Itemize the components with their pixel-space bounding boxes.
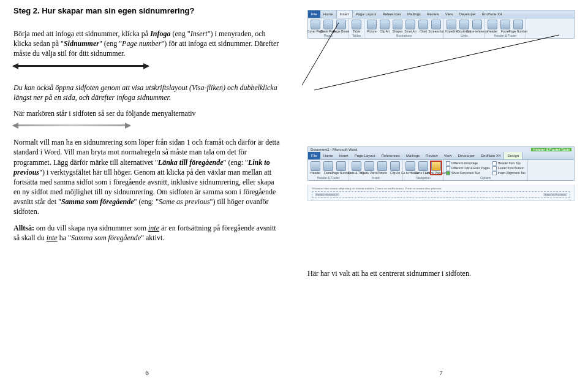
quickparts-button[interactable]: Quick Parts — [364, 161, 375, 175]
ribbon-tabs: File Home Insert Page Layout References … — [308, 10, 574, 18]
group-pages: Cover Page Blank Page Page Break Pages — [308, 18, 349, 38]
tab-home[interactable]: Home — [320, 10, 336, 18]
tab2-view[interactable]: View — [441, 152, 455, 159]
doc-preview: Vivamus vitae massa adipiscing est lacin… — [307, 184, 575, 201]
tab-insert[interactable]: Insert — [336, 10, 353, 18]
group2-nav: Go to Header Go to Footer Link to Previo… — [403, 160, 444, 180]
doc-text: Vivamus vitae massa adipiscing est lacin… — [312, 187, 570, 190]
page-number-button[interactable]: Page Number — [513, 20, 524, 33]
tab-pagelayout[interactable]: Page Layout — [353, 10, 380, 18]
group2-insert: Date & Time Quick Parts Picture Clip Art… — [349, 160, 403, 180]
tab2-pagelayout[interactable]: Page Layout — [352, 152, 379, 159]
opt-footer-bot[interactable]: Footer from Bottom — [492, 166, 526, 170]
group2-hf: Header Footer Page Number Header & Foote… — [308, 160, 349, 180]
tab2-endnote[interactable]: EndNote X4 — [478, 152, 503, 159]
same-as-previous-label: Same as Previous — [543, 193, 567, 196]
ribbon-design: Document1 - Microsoft Word Header & Foot… — [307, 146, 575, 181]
clipart-button[interactable]: Clip Art — [379, 20, 390, 33]
right-page: File Home Insert Page Layout References … — [294, 0, 588, 380]
page-break-button[interactable]: Page Break — [336, 20, 347, 33]
tab2-references[interactable]: References — [378, 152, 403, 159]
link-to-previous-button[interactable]: Link to Previous — [431, 161, 442, 175]
table-button[interactable]: Table — [351, 20, 362, 33]
datetime-button[interactable]: Date & Time — [351, 161, 362, 175]
context-tab: Header & Footer Tools — [531, 148, 571, 151]
crossref-button[interactable]: Cross-reference — [472, 20, 483, 33]
tab-endnote[interactable]: EndNote X4 — [479, 10, 505, 18]
tab2-review[interactable]: Review — [423, 152, 441, 159]
group-headerfooter: Header Footer Page Number Header & Foote… — [485, 18, 526, 38]
header2-button[interactable]: Header — [310, 161, 321, 175]
tab2-home[interactable]: Home — [320, 152, 336, 159]
step-heading: Steg 2. Hur skapar man sin egen sidnumre… — [13, 6, 281, 15]
group-illustrations: Picture Clip Art Shapes SmartArt Chart S… — [364, 18, 444, 38]
tab2-file[interactable]: File — [308, 152, 320, 159]
left-page: Steg 2. Hur skapar man sin egen sidnumre… — [0, 0, 294, 380]
group-links: Hyperlink Bookmark Cross-reference Links — [444, 18, 485, 38]
footer-section-label: Footer -Section 2- — [315, 193, 339, 196]
right-caption: Här har vi valt att ha ett centrerat sid… — [307, 268, 575, 278]
hyperlink-button[interactable]: Hyperlink — [446, 20, 457, 33]
ribbon-insert: File Home Insert Page Layout References … — [307, 10, 575, 39]
group2-options: Different First Page Different Odd & Eve… — [444, 160, 528, 180]
opt-diff-odd[interactable]: Different Odd & Even Pages — [446, 166, 490, 170]
group-tables: Table Tables — [349, 18, 364, 38]
clipart2-button[interactable]: Clip Art — [390, 161, 401, 175]
screenshot-button[interactable]: Screenshot — [431, 20, 442, 33]
para-menu: När markören står i sidfoten så ser du f… — [13, 108, 281, 118]
header-button[interactable]: Header — [487, 20, 498, 33]
window-title: Document1 - Microsoft Word — [311, 148, 357, 151]
tab-review[interactable]: Review — [424, 10, 442, 18]
shapes-button[interactable]: Shapes — [392, 20, 403, 33]
pagenum2-button[interactable]: Page Number — [336, 161, 347, 175]
smartart-button[interactable]: SmartArt — [405, 20, 416, 33]
para-footer-open: Du kan också öppna sidfoten genom att vi… — [13, 83, 281, 102]
tab-mailings[interactable]: Mailings — [404, 10, 424, 18]
tab-references[interactable]: References — [379, 10, 404, 18]
tab2-mailings[interactable]: Mailings — [403, 152, 423, 159]
blank-page-button[interactable]: Blank Page — [323, 20, 334, 33]
tab2-insert[interactable]: Insert — [336, 152, 352, 159]
tab-developer[interactable]: Developer — [456, 10, 479, 18]
picture-button[interactable]: Picture — [366, 20, 377, 33]
para-intro: Börja med att infoga ett sidnummer, klic… — [13, 29, 281, 59]
tab-file[interactable]: File — [308, 10, 320, 18]
arrow-2 — [13, 124, 130, 126]
picture2-button[interactable]: Picture — [377, 161, 388, 175]
para-link-previous: Normalt vill man ha en sidnumrering som … — [13, 137, 281, 217]
page-number-right: 7 — [439, 369, 443, 376]
opt-header-top[interactable]: Header from Top — [492, 161, 526, 165]
chart-button[interactable]: Chart — [418, 20, 429, 33]
page-number-left: 6 — [145, 369, 149, 376]
arrow-1 — [13, 65, 148, 67]
cover-page-button[interactable]: Cover Page — [310, 20, 321, 33]
tab-view[interactable]: View — [442, 10, 456, 18]
para-conclusion: Alltså: om du vill skapa nya sidnummer s… — [13, 223, 281, 243]
opt-align-tab[interactable]: Insert Alignment Tab — [492, 171, 526, 175]
opt-show-doc[interactable]: Show Document Text — [446, 171, 490, 175]
opt-diff-first[interactable]: Different First Page — [446, 161, 490, 165]
tab2-design[interactable]: Design — [503, 152, 522, 159]
tab2-developer[interactable]: Developer — [455, 152, 478, 159]
